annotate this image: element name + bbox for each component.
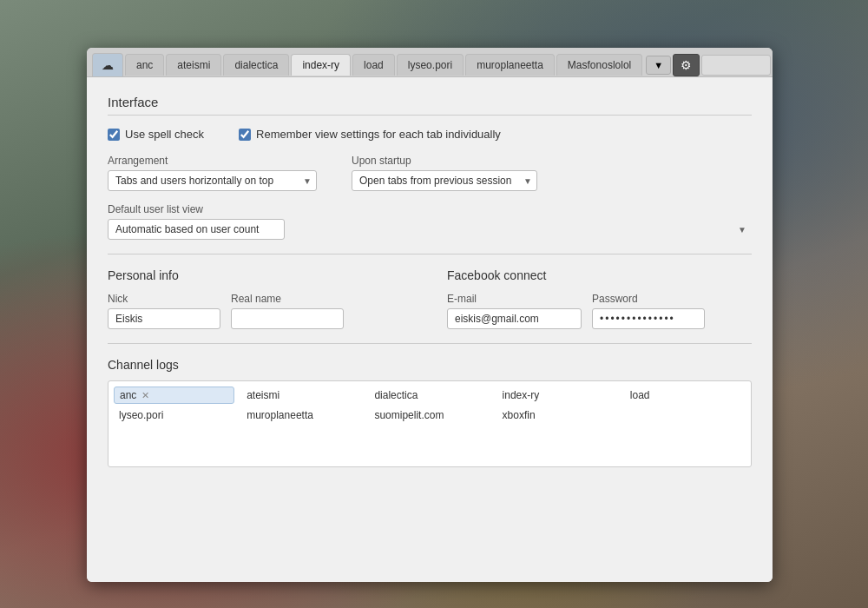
channel-item-dialectica-label: dialectica bbox=[374, 389, 418, 401]
tab-bar: ☁ anc ateismi dialectica index-ry load l… bbox=[87, 48, 773, 77]
channel-item-suomipelit-label: suomipelit.com bbox=[374, 409, 444, 421]
channel-item-load-label: load bbox=[630, 389, 650, 401]
arrangement-group: Arrangement Tabs and users horizontally … bbox=[108, 155, 317, 191]
interface-section-title: Interface bbox=[108, 95, 752, 116]
tab-load[interactable]: load bbox=[352, 54, 395, 76]
checkbox-row: Use spell check Remember view settings f… bbox=[108, 128, 752, 141]
channel-item-xboxfin-label: xboxfin bbox=[503, 409, 536, 421]
channel-item-xboxfin[interactable]: xboxfin bbox=[497, 407, 618, 423]
tab-overflow-button[interactable]: ▼ bbox=[646, 56, 671, 75]
settings-button[interactable]: ⚙ bbox=[673, 54, 700, 76]
personal-facebook-row: Personal info Nick Real name Facebook co… bbox=[108, 268, 752, 329]
channel-item-anc-close[interactable]: ✕ bbox=[141, 390, 149, 401]
default-user-list-group: Default user list view Automatic based o… bbox=[108, 203, 752, 240]
password-input[interactable] bbox=[592, 308, 705, 329]
email-input[interactable] bbox=[447, 308, 582, 329]
tab-index-ry[interactable]: index-ry bbox=[291, 54, 351, 76]
default-user-list-select[interactable]: Automatic based on user count Full list … bbox=[108, 219, 285, 240]
real-name-label: Real name bbox=[231, 293, 344, 305]
arrangement-select[interactable]: Tabs and users horizontally on top Tabs … bbox=[108, 170, 317, 191]
upon-startup-select[interactable]: Open tabs from previous session Open def… bbox=[352, 170, 537, 191]
upon-startup-group: Upon startup Open tabs from previous ses… bbox=[352, 155, 537, 191]
remember-view-item[interactable]: Remember view settings for each tab indi… bbox=[239, 128, 501, 141]
arrangement-select-wrapper: Tabs and users horizontally on top Tabs … bbox=[108, 170, 317, 191]
channel-item-index-ry[interactable]: index-ry bbox=[497, 387, 618, 404]
real-name-input[interactable] bbox=[231, 308, 344, 329]
tab-lyseo-pori[interactable]: lyseo.pori bbox=[397, 54, 464, 76]
form-groups-row1: Arrangement Tabs and users horizontally … bbox=[108, 155, 752, 191]
divider-2 bbox=[108, 343, 752, 344]
channel-item-empty bbox=[625, 407, 746, 423]
tab-anc[interactable]: anc bbox=[125, 54, 164, 76]
tab-cloud[interactable]: ☁ bbox=[92, 53, 123, 76]
channel-item-muroplaneetta-label: muroplaneetta bbox=[247, 409, 313, 421]
channel-row-2: lyseo.pori muroplaneetta suomipelit.com … bbox=[114, 407, 746, 423]
channel-item-ateismi-label: ateismi bbox=[247, 389, 279, 401]
real-name-field: Real name bbox=[231, 293, 344, 329]
tab-ateismi[interactable]: ateismi bbox=[166, 54, 221, 76]
content-area: Interface Use spell check Remember view … bbox=[87, 77, 773, 582]
channel-item-lyseo-pori[interactable]: lyseo.pori bbox=[114, 407, 234, 423]
spell-check-item[interactable]: Use spell check bbox=[108, 128, 204, 141]
facebook-connect-title: Facebook connect bbox=[447, 268, 752, 282]
channel-logs-title: Channel logs bbox=[108, 358, 752, 372]
channel-item-load[interactable]: load bbox=[625, 387, 746, 404]
channel-item-suomipelit[interactable]: suomipelit.com bbox=[369, 407, 490, 423]
channel-item-muroplaneetta[interactable]: muroplaneetta bbox=[241, 407, 362, 423]
spell-check-checkbox[interactable] bbox=[108, 129, 120, 141]
tab-dialectica[interactable]: dialectica bbox=[223, 54, 289, 76]
search-input[interactable] bbox=[701, 55, 771, 76]
channel-logs-section: Channel logs anc ✕ ateismi dialectica in… bbox=[108, 358, 752, 467]
default-user-list-select-arrow: ▼ bbox=[738, 225, 746, 235]
channel-item-anc[interactable]: anc ✕ bbox=[114, 387, 234, 404]
password-label: Password bbox=[592, 293, 705, 305]
upon-startup-select-wrapper: Open tabs from previous session Open def… bbox=[352, 170, 537, 191]
nick-field: Nick bbox=[108, 293, 220, 329]
channel-item-dialectica[interactable]: dialectica bbox=[369, 387, 490, 404]
channel-item-lyseo-pori-label: lyseo.pori bbox=[119, 409, 163, 421]
tab-muroplaneetta[interactable]: muroplaneetta bbox=[465, 54, 555, 76]
nick-label: Nick bbox=[108, 293, 220, 305]
remember-view-label: Remember view settings for each tab indi… bbox=[256, 128, 501, 141]
channel-item-index-ry-label: index-ry bbox=[503, 389, 540, 401]
upon-startup-label: Upon startup bbox=[352, 155, 537, 167]
main-window: ☁ anc ateismi dialectica index-ry load l… bbox=[87, 48, 773, 582]
arrangement-label: Arrangement bbox=[108, 155, 317, 167]
channel-row-1: anc ✕ ateismi dialectica index-ry load bbox=[114, 387, 746, 404]
personal-info-fields: Nick Real name bbox=[108, 293, 412, 329]
password-field: Password bbox=[592, 293, 705, 329]
email-field: E-mail bbox=[447, 293, 582, 329]
channel-logs-box: anc ✕ ateismi dialectica index-ry load bbox=[108, 380, 752, 467]
email-label: E-mail bbox=[447, 293, 582, 305]
divider-1 bbox=[108, 254, 752, 254]
remember-view-checkbox[interactable] bbox=[239, 129, 251, 141]
default-user-list-select-wrapper: Automatic based on user count Full list … bbox=[108, 219, 752, 240]
default-user-list-label: Default user list view bbox=[108, 203, 752, 215]
tab-masfonoslolol[interactable]: Masfonoslolol bbox=[556, 54, 642, 76]
nick-input[interactable] bbox=[108, 308, 220, 329]
facebook-fields: E-mail Password bbox=[447, 293, 752, 329]
channel-item-ateismi[interactable]: ateismi bbox=[241, 387, 362, 404]
personal-info-col: Personal info Nick Real name bbox=[108, 268, 412, 329]
personal-info-title: Personal info bbox=[108, 268, 412, 282]
channel-item-anc-label: anc bbox=[120, 389, 136, 401]
spell-check-label: Use spell check bbox=[125, 128, 204, 141]
facebook-connect-col: Facebook connect E-mail Password bbox=[447, 268, 752, 329]
